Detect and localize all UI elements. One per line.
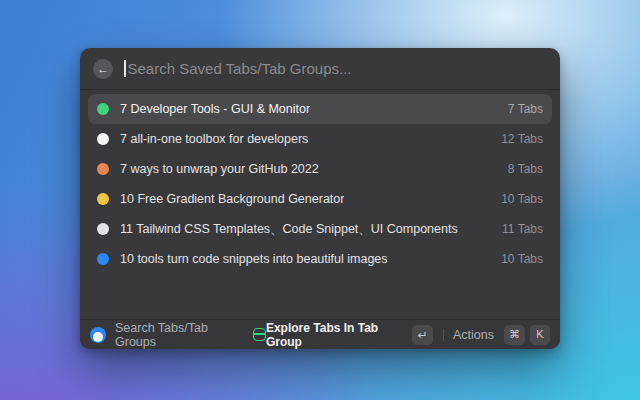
tab-count-badge: 8 Tabs: [496, 162, 543, 176]
search-bar: ←: [80, 48, 560, 90]
enter-key-icon: ↵: [412, 325, 433, 345]
footer-divider: [443, 329, 444, 341]
command-key-icon: ⌘: [504, 325, 525, 345]
back-arrow-icon: ←: [97, 63, 109, 75]
tab-group-row[interactable]: 7 Developer Tools - GUI & Monitor 7 Tabs: [88, 94, 552, 124]
tab-group-title: 10 tools turn code snippets into beautif…: [120, 252, 388, 266]
footer-app-info: Search Tabs/Tab Groups: [90, 321, 266, 349]
tab-group-row[interactable]: 7 all-in-one toolbox for developers 12 T…: [88, 124, 552, 154]
footer-bar: Search Tabs/Tab Groups Explore Tabs In T…: [80, 319, 560, 349]
tab-count-badge: 10 Tabs: [489, 192, 543, 206]
tab-count-badge: 12 Tabs: [489, 132, 543, 146]
back-button[interactable]: ←: [93, 59, 113, 79]
app-icon: [90, 327, 106, 343]
search-input[interactable]: [128, 60, 548, 77]
tab-group-row[interactable]: 10 tools turn code snippets into beautif…: [88, 244, 552, 274]
tab-group-title: 11 Tailwind CSS Templates、Code Snippet、U…: [120, 221, 458, 238]
color-dot-icon: [97, 193, 109, 205]
color-dot-icon: [97, 163, 109, 175]
tab-group-title: 7 Developer Tools - GUI & Monitor: [120, 102, 310, 116]
actions-label: Actions: [453, 328, 494, 342]
command-palette-window: ← 7 Developer Tools - GUI & Monitor 7 Ta…: [80, 48, 560, 349]
tab-group-row[interactable]: 7 ways to unwrap your GitHub 2022 8 Tabs: [88, 154, 552, 184]
footer-app-label: Search Tabs/Tab Groups: [115, 321, 244, 349]
actions-menu-button[interactable]: Actions ⌘ K: [453, 325, 550, 345]
tab-group-row[interactable]: 10 Free Gradient Background Generator 10…: [88, 184, 552, 214]
text-caret: [124, 60, 126, 77]
tab-count-badge: 10 Tabs: [489, 252, 543, 266]
tab-groups-list: 7 Developer Tools - GUI & Monitor 7 Tabs…: [80, 90, 560, 319]
footer-actions: Explore Tabs In Tab Group ↵ Actions ⌘ K: [266, 321, 550, 349]
color-dot-icon: [97, 223, 109, 235]
color-dot-icon: [97, 253, 109, 265]
tab-group-icon: [253, 328, 266, 341]
color-dot-icon: [97, 133, 109, 145]
tab-group-title: 7 ways to unwrap your GitHub 2022: [120, 162, 319, 176]
tab-count-badge: 7 Tabs: [496, 102, 543, 116]
tab-group-row[interactable]: 11 Tailwind CSS Templates、Code Snippet、U…: [88, 214, 552, 244]
color-dot-icon: [97, 103, 109, 115]
explore-tabs-action[interactable]: Explore Tabs In Tab Group ↵: [266, 321, 433, 349]
k-key-icon: K: [530, 325, 550, 345]
tab-group-title: 7 all-in-one toolbox for developers: [120, 132, 308, 146]
tab-count-badge: 11 Tabs: [490, 222, 543, 236]
explore-tabs-label: Explore Tabs In Tab Group: [266, 321, 405, 349]
tab-group-title: 10 Free Gradient Background Generator: [120, 192, 344, 206]
